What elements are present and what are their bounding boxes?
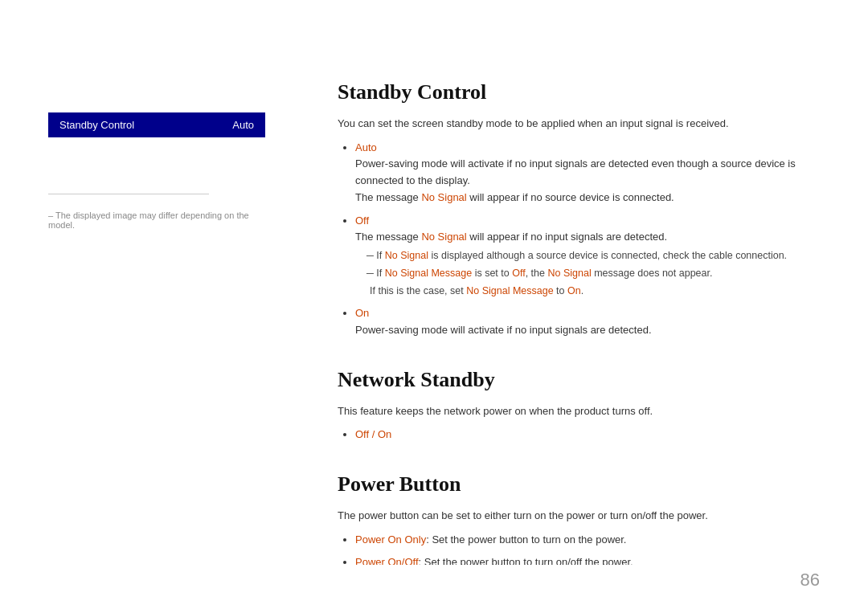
on-label: On [355,307,369,319]
off-text: The message No Signal will appear if no … [355,231,667,243]
standby-control-section: Standby Control You can set the screen s… [338,80,804,339]
network-standby-section: Network Standby This feature keeps the n… [338,368,804,443]
power-on-only-label: Power On Only [355,533,426,546]
power-button-list: Power On Only: Set the power button to t… [338,532,804,565]
divider-line [48,194,209,194]
auto-sub-text: The message No Signal will appear if no … [355,191,674,203]
left-panel: Standby Control Auto – The displayed ima… [0,48,289,565]
disclaimer-text: – The displayed image may differ dependi… [48,210,257,230]
standby-control-title: Standby Control [338,80,804,104]
menu-item-value: Auto [232,119,254,131]
power-on-only-text: : Set the power button to turn on the po… [426,533,626,546]
power-button-desc: The power button can be set to either tu… [338,508,804,524]
page-number: 86 [800,570,820,591]
auto-label: Auto [355,141,377,153]
off-sub-note-2: If No Signal Message is set to Off, the … [355,265,804,281]
power-on-off-label: Power On/Off [355,556,419,565]
network-standby-desc: This feature keeps the network power on … [338,403,804,419]
right-panel: Standby Control You can set the screen s… [289,48,868,565]
off-label: Off [355,215,369,227]
power-button-section: Power Button The power button can be set… [338,472,804,565]
list-item-power-on-only: Power On Only: Set the power button to t… [355,532,804,549]
off-on-label: Off / On [355,428,391,440]
list-item-auto: Auto Power-saving mode will activate if … [355,140,804,206]
list-item-power-on-off: Power On/Off: Set the power button to tu… [355,554,804,565]
off-inline-note: If this is the case, set No Signal Messa… [355,283,804,299]
list-item-off: Off The message No Signal will appear if… [355,213,804,300]
standby-control-desc: You can set the screen standby mode to b… [338,116,804,132]
list-item-off-on: Off / On [355,427,804,443]
menu-item-label: Standby Control [59,119,134,131]
list-item-on: On Power-saving mode will activate if no… [355,305,804,339]
off-sub-note-1: If No Signal is displayed although a sou… [355,247,804,264]
power-button-title: Power Button [338,472,804,497]
power-on-off-text: : Set the power button to turn on/off th… [419,556,633,565]
on-text: Power-saving mode will activate if no in… [355,324,652,336]
auto-text: Power-saving mode will activate if no in… [355,157,796,186]
standby-control-menu-item[interactable]: Standby Control Auto [48,112,265,137]
network-standby-title: Network Standby [338,368,804,392]
standby-control-list: Auto Power-saving mode will activate if … [338,140,804,339]
network-standby-list: Off / On [338,427,804,443]
